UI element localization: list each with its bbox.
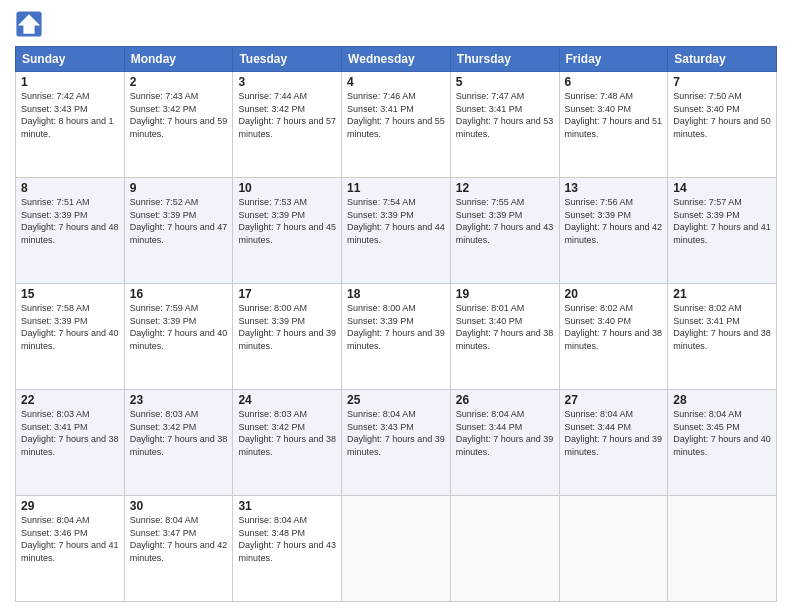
column-header-saturday: Saturday	[668, 47, 777, 72]
day-info: Sunrise: 8:04 AM Sunset: 3:47 PM Dayligh…	[130, 514, 228, 564]
day-cell: 27 Sunrise: 8:04 AM Sunset: 3:44 PM Dayl…	[559, 390, 668, 496]
day-number: 13	[565, 181, 663, 195]
page: SundayMondayTuesdayWednesdayThursdayFrid…	[0, 0, 792, 612]
day-info: Sunrise: 7:46 AM Sunset: 3:41 PM Dayligh…	[347, 90, 445, 140]
day-cell: 11 Sunrise: 7:54 AM Sunset: 3:39 PM Dayl…	[342, 178, 451, 284]
day-number: 20	[565, 287, 663, 301]
day-info: Sunrise: 8:04 AM Sunset: 3:45 PM Dayligh…	[673, 408, 771, 458]
day-number: 25	[347, 393, 445, 407]
day-cell: 2 Sunrise: 7:43 AM Sunset: 3:42 PM Dayli…	[124, 72, 233, 178]
calendar-header: SundayMondayTuesdayWednesdayThursdayFrid…	[16, 47, 777, 72]
day-cell: 24 Sunrise: 8:03 AM Sunset: 3:42 PM Dayl…	[233, 390, 342, 496]
column-header-wednesday: Wednesday	[342, 47, 451, 72]
day-cell: 12 Sunrise: 7:55 AM Sunset: 3:39 PM Dayl…	[450, 178, 559, 284]
day-cell: 13 Sunrise: 7:56 AM Sunset: 3:39 PM Dayl…	[559, 178, 668, 284]
day-info: Sunrise: 8:04 AM Sunset: 3:46 PM Dayligh…	[21, 514, 119, 564]
day-cell: 9 Sunrise: 7:52 AM Sunset: 3:39 PM Dayli…	[124, 178, 233, 284]
day-info: Sunrise: 8:04 AM Sunset: 3:44 PM Dayligh…	[565, 408, 663, 458]
day-info: Sunrise: 7:43 AM Sunset: 3:42 PM Dayligh…	[130, 90, 228, 140]
day-info: Sunrise: 7:44 AM Sunset: 3:42 PM Dayligh…	[238, 90, 336, 140]
day-number: 8	[21, 181, 119, 195]
day-info: Sunrise: 7:57 AM Sunset: 3:39 PM Dayligh…	[673, 196, 771, 246]
day-number: 18	[347, 287, 445, 301]
day-number: 29	[21, 499, 119, 513]
logo-icon	[15, 10, 43, 38]
week-row-1: 1 Sunrise: 7:42 AM Sunset: 3:43 PM Dayli…	[16, 72, 777, 178]
header	[15, 10, 777, 38]
day-number: 9	[130, 181, 228, 195]
day-info: Sunrise: 7:58 AM Sunset: 3:39 PM Dayligh…	[21, 302, 119, 352]
column-header-friday: Friday	[559, 47, 668, 72]
day-number: 16	[130, 287, 228, 301]
day-cell: 26 Sunrise: 8:04 AM Sunset: 3:44 PM Dayl…	[450, 390, 559, 496]
day-info: Sunrise: 8:01 AM Sunset: 3:40 PM Dayligh…	[456, 302, 554, 352]
day-cell: 14 Sunrise: 7:57 AM Sunset: 3:39 PM Dayl…	[668, 178, 777, 284]
day-cell: 6 Sunrise: 7:48 AM Sunset: 3:40 PM Dayli…	[559, 72, 668, 178]
day-cell: 10 Sunrise: 7:53 AM Sunset: 3:39 PM Dayl…	[233, 178, 342, 284]
day-cell	[342, 496, 451, 602]
day-cell	[559, 496, 668, 602]
logo	[15, 10, 47, 38]
day-number: 22	[21, 393, 119, 407]
day-number: 4	[347, 75, 445, 89]
day-cell: 23 Sunrise: 8:03 AM Sunset: 3:42 PM Dayl…	[124, 390, 233, 496]
column-header-sunday: Sunday	[16, 47, 125, 72]
day-info: Sunrise: 8:04 AM Sunset: 3:43 PM Dayligh…	[347, 408, 445, 458]
day-cell: 19 Sunrise: 8:01 AM Sunset: 3:40 PM Dayl…	[450, 284, 559, 390]
calendar-body: 1 Sunrise: 7:42 AM Sunset: 3:43 PM Dayli…	[16, 72, 777, 602]
week-row-4: 22 Sunrise: 8:03 AM Sunset: 3:41 PM Dayl…	[16, 390, 777, 496]
day-number: 30	[130, 499, 228, 513]
header-row: SundayMondayTuesdayWednesdayThursdayFrid…	[16, 47, 777, 72]
day-cell: 28 Sunrise: 8:04 AM Sunset: 3:45 PM Dayl…	[668, 390, 777, 496]
day-info: Sunrise: 7:55 AM Sunset: 3:39 PM Dayligh…	[456, 196, 554, 246]
day-info: Sunrise: 8:00 AM Sunset: 3:39 PM Dayligh…	[238, 302, 336, 352]
day-info: Sunrise: 8:04 AM Sunset: 3:44 PM Dayligh…	[456, 408, 554, 458]
day-info: Sunrise: 7:59 AM Sunset: 3:39 PM Dayligh…	[130, 302, 228, 352]
day-number: 24	[238, 393, 336, 407]
day-cell: 31 Sunrise: 8:04 AM Sunset: 3:48 PM Dayl…	[233, 496, 342, 602]
day-cell: 16 Sunrise: 7:59 AM Sunset: 3:39 PM Dayl…	[124, 284, 233, 390]
day-cell: 5 Sunrise: 7:47 AM Sunset: 3:41 PM Dayli…	[450, 72, 559, 178]
day-number: 5	[456, 75, 554, 89]
day-number: 21	[673, 287, 771, 301]
day-info: Sunrise: 7:56 AM Sunset: 3:39 PM Dayligh…	[565, 196, 663, 246]
day-cell: 3 Sunrise: 7:44 AM Sunset: 3:42 PM Dayli…	[233, 72, 342, 178]
calendar-table: SundayMondayTuesdayWednesdayThursdayFrid…	[15, 46, 777, 602]
day-info: Sunrise: 8:03 AM Sunset: 3:42 PM Dayligh…	[238, 408, 336, 458]
day-number: 11	[347, 181, 445, 195]
day-cell	[668, 496, 777, 602]
day-info: Sunrise: 8:03 AM Sunset: 3:42 PM Dayligh…	[130, 408, 228, 458]
week-row-2: 8 Sunrise: 7:51 AM Sunset: 3:39 PM Dayli…	[16, 178, 777, 284]
column-header-thursday: Thursday	[450, 47, 559, 72]
day-info: Sunrise: 8:02 AM Sunset: 3:40 PM Dayligh…	[565, 302, 663, 352]
day-cell: 17 Sunrise: 8:00 AM Sunset: 3:39 PM Dayl…	[233, 284, 342, 390]
day-info: Sunrise: 7:51 AM Sunset: 3:39 PM Dayligh…	[21, 196, 119, 246]
day-number: 12	[456, 181, 554, 195]
day-cell: 1 Sunrise: 7:42 AM Sunset: 3:43 PM Dayli…	[16, 72, 125, 178]
column-header-monday: Monday	[124, 47, 233, 72]
day-cell: 7 Sunrise: 7:50 AM Sunset: 3:40 PM Dayli…	[668, 72, 777, 178]
day-cell: 29 Sunrise: 8:04 AM Sunset: 3:46 PM Dayl…	[16, 496, 125, 602]
day-info: Sunrise: 7:48 AM Sunset: 3:40 PM Dayligh…	[565, 90, 663, 140]
day-info: Sunrise: 7:50 AM Sunset: 3:40 PM Dayligh…	[673, 90, 771, 140]
day-cell: 21 Sunrise: 8:02 AM Sunset: 3:41 PM Dayl…	[668, 284, 777, 390]
day-info: Sunrise: 8:00 AM Sunset: 3:39 PM Dayligh…	[347, 302, 445, 352]
column-header-tuesday: Tuesday	[233, 47, 342, 72]
day-info: Sunrise: 7:52 AM Sunset: 3:39 PM Dayligh…	[130, 196, 228, 246]
day-number: 7	[673, 75, 771, 89]
day-info: Sunrise: 7:47 AM Sunset: 3:41 PM Dayligh…	[456, 90, 554, 140]
day-number: 27	[565, 393, 663, 407]
day-number: 19	[456, 287, 554, 301]
day-cell: 25 Sunrise: 8:04 AM Sunset: 3:43 PM Dayl…	[342, 390, 451, 496]
day-info: Sunrise: 7:54 AM Sunset: 3:39 PM Dayligh…	[347, 196, 445, 246]
day-number: 10	[238, 181, 336, 195]
day-number: 31	[238, 499, 336, 513]
day-number: 15	[21, 287, 119, 301]
day-number: 26	[456, 393, 554, 407]
day-cell: 22 Sunrise: 8:03 AM Sunset: 3:41 PM Dayl…	[16, 390, 125, 496]
day-number: 14	[673, 181, 771, 195]
day-cell: 8 Sunrise: 7:51 AM Sunset: 3:39 PM Dayli…	[16, 178, 125, 284]
day-cell: 18 Sunrise: 8:00 AM Sunset: 3:39 PM Dayl…	[342, 284, 451, 390]
day-number: 2	[130, 75, 228, 89]
day-cell: 15 Sunrise: 7:58 AM Sunset: 3:39 PM Dayl…	[16, 284, 125, 390]
